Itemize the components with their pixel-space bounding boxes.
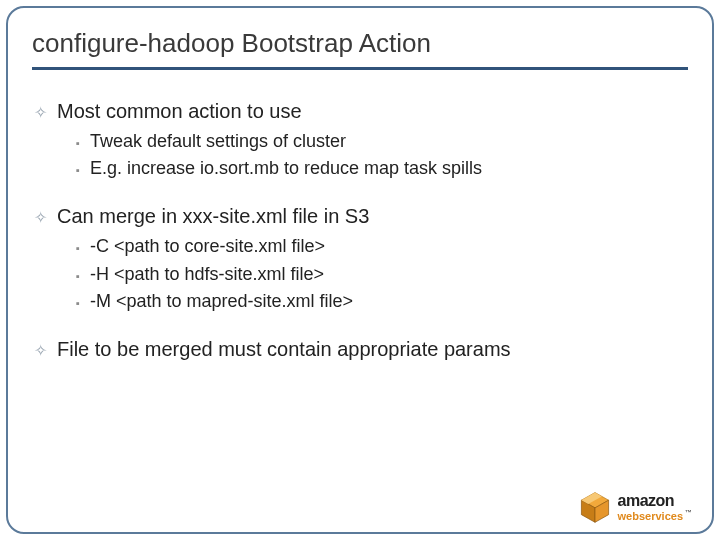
square-bullet-icon: ▪ [76, 164, 80, 176]
aws-cube-icon [578, 490, 612, 524]
list-subitem-text: E.g. increase io.sort.mb to reduce map t… [90, 156, 482, 181]
logo-brand: amazon [618, 493, 692, 509]
list-subitem: ▪ -M <path to mapred-site.xml file> [76, 289, 688, 314]
list-subitem-text: Tweak default settings of cluster [90, 129, 346, 154]
list-subitem-text: -H <path to hdfs-site.xml file> [90, 262, 324, 287]
list-item-text: Can merge in xxx-site.xml file in S3 [57, 203, 369, 230]
trademark-icon: ™ [685, 509, 692, 516]
logo-sub: webservices™ [618, 509, 692, 522]
aws-logo-text: amazon webservices™ [618, 493, 692, 522]
slide-content: ✧ Most common action to use ▪ Tweak defa… [32, 98, 688, 363]
list-item: ✧ Can merge in xxx-site.xml file in S3 [34, 203, 688, 230]
list-subitem-text: -C <path to core-site.xml file> [90, 234, 325, 259]
diamond-bullet-icon: ✧ [34, 105, 47, 121]
list-subitem: ▪ -H <path to hdfs-site.xml file> [76, 262, 688, 287]
aws-logo: amazon webservices™ [578, 490, 692, 524]
diamond-bullet-icon: ✧ [34, 210, 47, 226]
square-bullet-icon: ▪ [76, 297, 80, 309]
square-bullet-icon: ▪ [76, 270, 80, 282]
list-subitem-text: -M <path to mapred-site.xml file> [90, 289, 353, 314]
square-bullet-icon: ▪ [76, 137, 80, 149]
square-bullet-icon: ▪ [76, 242, 80, 254]
list-item-text: File to be merged must contain appropria… [57, 336, 511, 363]
list-subitem: ▪ -C <path to core-site.xml file> [76, 234, 688, 259]
slide: configure-hadoop Bootstrap Action ✧ Most… [0, 0, 720, 540]
list-item: ✧ File to be merged must contain appropr… [34, 336, 688, 363]
list-item: ✧ Most common action to use [34, 98, 688, 125]
list-subitem: ▪ Tweak default settings of cluster [76, 129, 688, 154]
title-rule [32, 67, 688, 70]
diamond-bullet-icon: ✧ [34, 343, 47, 359]
slide-title: configure-hadoop Bootstrap Action [32, 28, 688, 59]
list-subitem: ▪ E.g. increase io.sort.mb to reduce map… [76, 156, 688, 181]
list-item-text: Most common action to use [57, 98, 302, 125]
